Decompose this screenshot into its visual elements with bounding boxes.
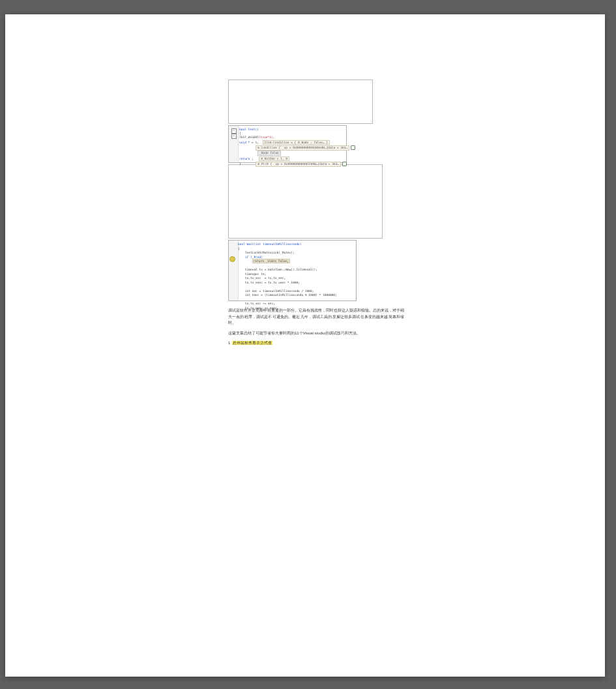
document-page: bool Test() { TEST_ASSERT(true*3); void … — [5, 14, 605, 677]
text-run: 的调试技巧和方法。 — [325, 331, 360, 335]
figure-placeholder-2 — [228, 164, 383, 239]
magnify-icon — [342, 162, 347, 166]
code-token: = 1; — [250, 141, 259, 144]
debug-tooltip: m_NxtOne = 1, 0 — [259, 156, 289, 162]
code-body: bool Wait(int timeoutInMilliseconds) { T… — [238, 242, 354, 310]
code-gutter — [229, 241, 239, 301]
code-line: int nsec = (timeoutInMilliseconds % 1000… — [238, 293, 337, 297]
section-heading: 1悬停鼠标查看表达式值 — [228, 340, 404, 347]
code-token: } — [239, 162, 241, 166]
code-token: TEST_ASSERT — [239, 136, 259, 139]
code-line: if (_Pred) — [238, 256, 263, 259]
code-line: int sec = timeoutInMilliseconds / 1000; — [238, 289, 314, 293]
debug-tooltip: m_Condition { _vp = 0x0000000004369e40…{… — [256, 145, 349, 151]
code-line: { — [238, 247, 240, 250]
text-run: 这篇文章总结了可能节省你大量时间的11个 — [228, 331, 303, 335]
debug-tooltip: m_Ptr0 { _vp = 0x0000000004455498…{data … — [256, 162, 341, 167]
code-gutter — [229, 126, 239, 162]
heading-text: 悬停鼠标查看表达式值 — [232, 341, 272, 345]
breakpoint-icon — [229, 256, 235, 262]
code-token: { — [239, 132, 345, 136]
code-line: ts.tv_nsec += nsec; — [238, 306, 278, 310]
code-token: void * — [239, 141, 250, 144]
debug-tooltip: _Node false — [257, 151, 281, 156]
fold-icon — [231, 134, 237, 139]
code-line: timeval tv = DateTime::Now().ToTimeval()… — [238, 268, 317, 271]
paragraph: 这篇文章总结了可能节省你大量时间的11个Visual studio的调试技巧和方… — [228, 330, 404, 337]
document-content: bool Test() { TEST_ASSERT(true*3); void … — [228, 80, 593, 351]
code-screenshot-1: bool Test() { TEST_ASSERT(true*3); void … — [228, 125, 347, 163]
code-line: timespec ts; — [238, 272, 266, 276]
debug-current-line: return _State false; — [252, 259, 290, 263]
code-body: bool Test() { TEST_ASSERT(true*3); void … — [239, 127, 345, 167]
paragraph: 调试是软件开发周期中很重要的一部分。它具有挑战性，同时也很让人疑惑和烦恼。总的来… — [228, 308, 404, 327]
code-screenshot-2: bool Wait(int timeoutInMilliseconds) { T… — [228, 240, 357, 301]
code-token: return ; — [239, 157, 254, 160]
code-token: (true*3); — [259, 136, 274, 139]
code-line: ts.tv_sec += sec; — [238, 302, 275, 305]
text-run: Visual studio — [303, 331, 325, 335]
code-line: ts.tv_nsec = tv.tv_usec * 1000; — [238, 281, 300, 284]
code-line: TestLockOrMutexLock(_Mutex); — [238, 251, 295, 254]
magnify-icon — [351, 145, 355, 150]
figure-placeholder-1 — [228, 80, 373, 124]
code-token: bool Test() — [239, 128, 259, 131]
article-body: 调试是软件开发周期中很重要的一部分。它具有挑战性，同时也很让人疑惑和烦恼。总的来… — [228, 308, 404, 347]
viewport: bool Test() { TEST_ASSERT(true*3); void … — [0, 0, 616, 689]
debug-tooltip: Item Condition = { 0_Node : false… } — [263, 140, 330, 145]
code-line: bool Wait(int timeoutInMilliseconds) — [238, 242, 302, 246]
heading-number: 1 — [228, 340, 230, 347]
code-line: ts.tv_sec = tv.tv_sec; — [238, 276, 286, 280]
